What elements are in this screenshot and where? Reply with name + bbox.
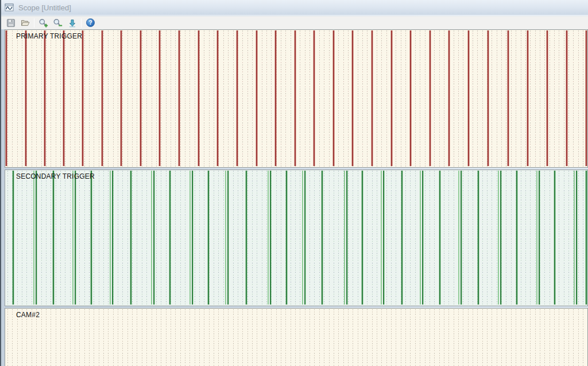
scope-window-icon (5, 3, 14, 12)
gridline (51, 309, 51, 366)
zoom-out-button[interactable] (51, 17, 65, 29)
gridline (530, 171, 531, 305)
channel-secondary-trigger[interactable]: SECONDARY TRIGGER (5, 169, 588, 306)
pulse-line (275, 30, 276, 166)
gridline (482, 30, 483, 167)
gridline (199, 309, 200, 366)
gridline (348, 171, 349, 305)
zoom-in-button[interactable] (36, 17, 51, 29)
gridline (228, 309, 229, 366)
gridline (146, 171, 147, 305)
gridline (171, 171, 171, 305)
gridline (492, 309, 492, 366)
channel-label: SECONDARY TRIGGER (16, 172, 95, 180)
svg-text:?: ? (88, 20, 92, 26)
gridline (473, 309, 473, 366)
gridline (559, 171, 559, 305)
export-button[interactable] (65, 17, 79, 29)
gridline (554, 309, 555, 366)
gridline (180, 171, 181, 305)
pulse-line (270, 171, 271, 305)
gridline (32, 171, 32, 305)
gridline (415, 309, 416, 366)
gridline (568, 30, 569, 167)
gridline (233, 30, 234, 167)
gridline (214, 30, 214, 167)
gridline (305, 30, 305, 167)
gridline (338, 171, 339, 305)
gridline (401, 309, 401, 366)
gridline (310, 309, 310, 366)
magnifier-minus-icon (53, 18, 63, 28)
gridline (99, 30, 99, 167)
gridline (511, 30, 512, 167)
gridline (137, 309, 137, 366)
gridline (573, 30, 574, 167)
gridline (132, 30, 133, 167)
gridline (65, 30, 65, 167)
channel-cam2[interactable]: CAM#2 (5, 308, 588, 366)
gridline (127, 309, 128, 366)
gridline (420, 309, 420, 366)
pulse-line (586, 171, 587, 305)
gridline (99, 171, 99, 305)
help-button[interactable]: ? (83, 17, 98, 29)
open-button[interactable] (18, 17, 32, 29)
gridline (559, 30, 559, 167)
gridline (300, 309, 300, 366)
gridline (214, 309, 214, 366)
gridline (113, 30, 114, 167)
gridline (564, 171, 564, 305)
gridline (386, 171, 387, 305)
gridline (482, 309, 483, 366)
gridline (223, 30, 224, 167)
gridline (79, 30, 80, 167)
pulse-line (468, 30, 469, 166)
pulse-line (169, 171, 171, 305)
gridline (425, 171, 425, 305)
pulse-line (13, 171, 14, 305)
gridline (195, 171, 195, 305)
pulse-line (536, 171, 537, 305)
gridline (377, 30, 377, 167)
pulse-line (547, 30, 548, 166)
pulse-line (151, 171, 152, 305)
pulse-line (527, 30, 528, 166)
gridline (228, 30, 229, 167)
gridline (463, 309, 463, 366)
gridline (497, 30, 497, 167)
gridline (362, 30, 363, 167)
gridline (535, 30, 536, 167)
gridline (506, 309, 506, 366)
gridline (477, 309, 478, 366)
gridline (94, 309, 94, 366)
gridline (7, 309, 8, 366)
gridline (544, 171, 545, 305)
gridline (391, 309, 392, 366)
gridline (218, 171, 219, 305)
gridline (454, 30, 454, 167)
pulse-line (539, 171, 540, 305)
gridline (271, 171, 272, 305)
pulse-line (391, 30, 392, 166)
gridline (156, 171, 157, 305)
gridline (142, 309, 142, 366)
gridline (482, 171, 483, 305)
channel-primary-trigger[interactable]: PRIMARY TRIGGER (5, 29, 588, 168)
gridline (41, 30, 42, 167)
gridline (324, 30, 324, 167)
gridline (492, 171, 492, 305)
pulse-line (488, 30, 489, 166)
gridline (578, 30, 579, 167)
pulse-line (33, 171, 34, 305)
gridline (252, 309, 253, 366)
pulse-line (25, 30, 26, 166)
gridline (146, 30, 147, 167)
pulse-line (362, 171, 363, 305)
gridline (271, 309, 272, 366)
gridline (180, 309, 181, 366)
pulse-line (302, 171, 303, 305)
pulse-line (159, 30, 160, 166)
save-button[interactable] (3, 17, 18, 29)
gridline (132, 171, 133, 305)
